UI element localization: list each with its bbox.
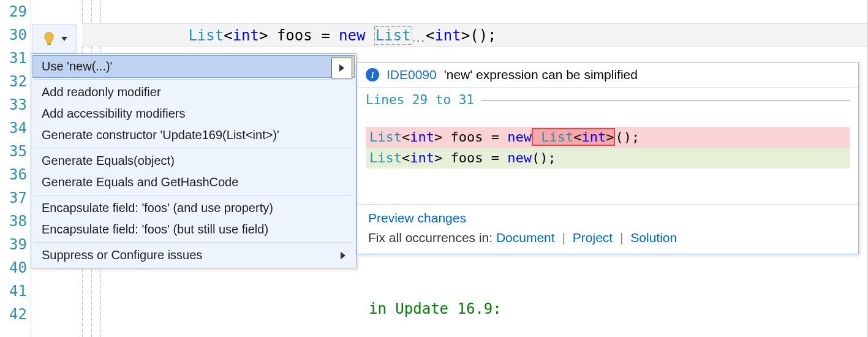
- preview-body: Lines 29 to 31 List<int> foos = new List…: [357, 88, 858, 204]
- line-number: 40: [0, 256, 27, 279]
- menu-item-add-readonly[interactable]: Add readonly modifier: [33, 81, 354, 103]
- preview-changes-link[interactable]: Preview changes: [368, 211, 466, 225]
- svg-rect-1: [48, 44, 51, 45]
- menu-separator: [34, 148, 353, 148]
- menu-item-use-new[interactable]: Use 'new(...)': [32, 55, 355, 78]
- menu-item-generate-equals[interactable]: Generate Equals(object): [33, 150, 354, 172]
- svg-rect-0: [47, 43, 51, 44]
- line-number: 37: [0, 186, 27, 210]
- divider: [481, 100, 850, 100]
- diagnostic-id[interactable]: IDE0090: [387, 67, 437, 82]
- menu-separator: [34, 195, 353, 195]
- line-number: 41: [0, 279, 27, 303]
- fix-scope-solution[interactable]: Solution: [630, 230, 677, 244]
- lightbulb-icon: [42, 31, 56, 46]
- chevron-right-icon: [341, 252, 345, 259]
- code-line-30[interactable]: List<int> foos = new List•••<int>();: [82, 23, 867, 47]
- preview-range-label: Lines 29 to 31: [366, 93, 474, 107]
- diff-removed-line: List<int> foos = new List<int>();: [366, 127, 850, 148]
- menu-item-label: Add accessibility modifiers: [42, 107, 186, 121]
- line-number: 29: [0, 0, 27, 23]
- diagnostic-message: 'new' expression can be simplified: [444, 67, 638, 82]
- line-number: 34: [0, 116, 27, 140]
- line-number: 33: [0, 93, 27, 116]
- line-number: 32: [0, 70, 27, 93]
- menu-item-add-accessibility[interactable]: Add accessibility modifiers: [33, 103, 354, 124]
- line-number: 42: [0, 303, 27, 326]
- line-number: 35: [0, 140, 27, 163]
- menu-item-encapsulate-property[interactable]: Encapsulate field: 'foos' (and use prope…: [33, 197, 354, 219]
- chevron-down-icon: [61, 37, 67, 41]
- menu-item-label: Add readonly modifier: [42, 85, 161, 99]
- line-number: 36: [0, 163, 27, 186]
- line-number: 38: [0, 210, 27, 233]
- line-number: 31: [0, 47, 27, 70]
- chevron-right-icon: [339, 64, 344, 72]
- line-number: 30: [0, 23, 27, 47]
- menu-separator: [34, 242, 353, 243]
- menu-item-label: Generate Equals(object): [42, 154, 175, 168]
- submenu-expand-button[interactable]: [331, 58, 352, 78]
- quick-actions-lightbulb[interactable]: [32, 24, 77, 53]
- menu-separator: [34, 79, 353, 80]
- refactor-preview-panel: i IDE0090 'new' expression can be simpli…: [357, 62, 859, 254]
- preview-footer: Preview changes Fix all occurrences in: …: [357, 204, 858, 254]
- editor-gutter: 29 30 31 32 33 34 35 36 37 38 39 40 41 4…: [0, 0, 31, 337]
- diff-added-line: List<int> foos = new();: [366, 148, 850, 168]
- menu-item-label: Use 'new(...)': [42, 59, 112, 74]
- code-comment: in Update 16.9:: [369, 300, 502, 317]
- menu-item-label: Encapsulate field: 'foos' (and use prope…: [42, 201, 273, 215]
- preview-header: i IDE0090 'new' expression can be simpli…: [357, 62, 858, 88]
- line-number: 39: [0, 233, 27, 256]
- diff-removed-highlight: List<int>: [532, 128, 615, 146]
- menu-item-generate-equals-hash[interactable]: Generate Equals and GetHashCode: [33, 172, 354, 193]
- menu-item-generate-ctor[interactable]: Generate constructor 'Update169(List<int…: [33, 124, 354, 146]
- menu-item-encapsulate-field[interactable]: Encapsulate field: 'foos' (but still use…: [33, 219, 354, 240]
- menu-item-suppress-configure[interactable]: Suppress or Configure issues: [33, 244, 354, 266]
- menu-item-label: Generate Equals and GetHashCode: [42, 175, 238, 189]
- info-icon: i: [366, 68, 379, 81]
- menu-item-label: Encapsulate field: 'foos' (but still use…: [42, 222, 268, 237]
- refactor-target[interactable]: List: [374, 26, 412, 45]
- fix-scope-project[interactable]: Project: [573, 230, 613, 244]
- fix-all-label: Fix all occurrences in:: [368, 230, 496, 244]
- fix-scope-document[interactable]: Document: [496, 230, 555, 244]
- menu-item-label: Generate constructor 'Update169(List<int…: [42, 128, 279, 142]
- quick-actions-menu: Use 'new(...)' Add readonly modifier Add…: [31, 53, 357, 268]
- menu-item-label: Suppress or Configure issues: [42, 248, 202, 262]
